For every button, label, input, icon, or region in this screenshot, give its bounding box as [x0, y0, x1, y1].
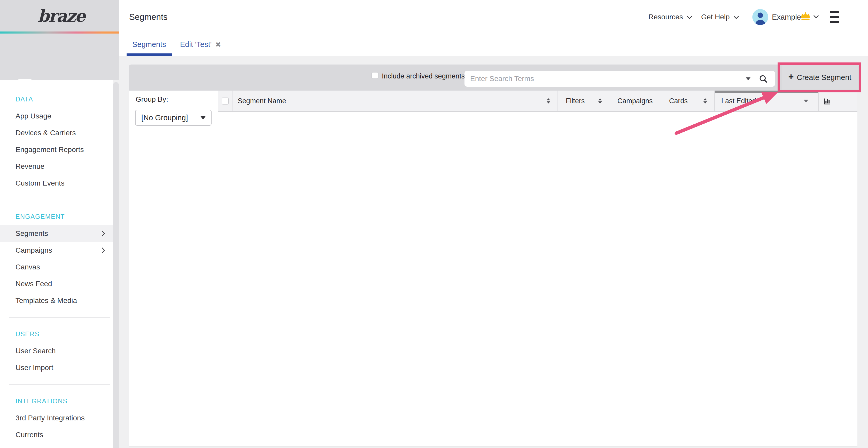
column-header-label: Cards	[669, 97, 688, 105]
segments-table: Segment NameFiltersCampaignsCardsLast Ed…	[218, 91, 858, 446]
sidebar-item-label: Revenue	[16, 162, 44, 171]
brand-gradient-bar	[0, 32, 121, 34]
sidebar-item-app-usage[interactable]: App Usage	[0, 108, 113, 125]
sidebar-item-user-import[interactable]: User Import	[0, 359, 113, 376]
sidebar-item-canvas[interactable]: Canvas	[0, 259, 113, 275]
tab-label: Segments	[132, 40, 166, 49]
sidebar-scrollbar[interactable]	[113, 82, 119, 448]
select-all-column-header	[218, 91, 232, 111]
get-help-menu[interactable]: Get Help	[701, 13, 739, 21]
sidebar-item-user-search[interactable]: User Search	[0, 342, 113, 359]
chevron-down-icon	[734, 13, 739, 21]
create-segment-label: Create Segment	[797, 73, 851, 82]
search-input[interactable]	[464, 71, 775, 87]
column-header-label: Filters	[566, 97, 585, 105]
sidebar-item-templates-and-media[interactable]: Templates & Media	[0, 292, 113, 309]
search-dropdown-caret-icon[interactable]	[746, 77, 750, 80]
column-header-label: Campaigns	[617, 97, 653, 105]
create-segment-button[interactable]: + Create Segment	[782, 65, 858, 90]
braze-dashboard: braze b Mixpanel Demo Mixpanel Demo DATA…	[0, 0, 868, 448]
column-header-filters[interactable]: Filters	[557, 91, 612, 111]
column-header-segment-name[interactable]: Segment Name	[232, 91, 557, 111]
table-header-row: Segment NameFiltersCampaignsCardsLast Ed…	[218, 91, 858, 112]
tabs-bar: Segments Edit 'Test' ✖	[119, 33, 868, 56]
sidebar-item-devices-and-carriers[interactable]: Devices & Carriers	[0, 125, 113, 141]
column-header-chart[interactable]	[819, 91, 836, 111]
segments-toolbar: Include archived segments + Create Segme…	[129, 65, 859, 91]
get-help-label: Get Help	[701, 13, 730, 21]
sidebar-item-label: 3rd Party Integrations	[16, 414, 85, 422]
sidebar-item-segments[interactable]: Segments	[0, 225, 113, 242]
resources-menu[interactable]: Resources	[648, 13, 692, 21]
select-all-checkbox[interactable]	[222, 98, 228, 105]
sidebar-item-revenue[interactable]: Revenue	[0, 158, 113, 175]
group-by-dropdown[interactable]: [No Grouping]	[135, 110, 212, 126]
sidebar-item-label: Devices & Carriers	[16, 129, 76, 137]
sort-icon[interactable]	[704, 98, 707, 103]
column-header-campaigns[interactable]: Campaigns	[612, 91, 663, 111]
sorted-column-indicator	[715, 91, 818, 93]
chevron-right-icon	[101, 247, 105, 253]
sidebar-item-custom-events[interactable]: Custom Events	[0, 175, 113, 192]
chevron-right-icon	[101, 231, 105, 237]
tab-edit-test[interactable]: Edit 'Test' ✖	[180, 33, 221, 56]
sidebar-item-campaigns[interactable]: Campaigns	[0, 242, 113, 259]
column-header-cards[interactable]: Cards	[663, 91, 715, 111]
caret-down-icon	[200, 116, 206, 119]
sidebar-divider	[0, 376, 113, 393]
chevron-down-icon[interactable]	[813, 15, 819, 20]
chevron-down-icon	[687, 13, 692, 21]
resources-label: Resources	[648, 13, 683, 21]
sort-icon[interactable]	[547, 98, 550, 103]
search-icon[interactable]	[759, 74, 768, 83]
tab-segments[interactable]: Segments	[127, 33, 172, 56]
column-header-label: Segment Name	[238, 97, 286, 105]
sidebar-item-label: Segments	[16, 230, 48, 238]
sidebar-item-label: Templates & Media	[16, 297, 77, 305]
sidebar-item-label: Custom Events	[16, 179, 65, 187]
sidebar-divider	[0, 192, 113, 208]
sidebar-item-label: Currents	[16, 431, 43, 439]
include-archived-label: Include archived segments	[382, 72, 465, 80]
sidebar-section-data: DATA	[0, 91, 113, 108]
bar-chart-icon	[823, 97, 831, 105]
sort-icon[interactable]	[598, 98, 602, 103]
search-field	[464, 71, 775, 87]
column-header-label: Last Edited	[721, 97, 756, 105]
crown-icon	[800, 11, 811, 21]
plus-icon: +	[788, 72, 794, 81]
sidebar-item-currents[interactable]: Currents	[0, 426, 113, 443]
group-by-value: [No Grouping]	[141, 113, 188, 122]
sidebar-item-news-feed[interactable]: News Feed	[0, 275, 113, 292]
group-by-label: Group By:	[135, 95, 168, 103]
tab-label: Edit 'Test'	[180, 40, 212, 49]
sidebar-divider	[0, 309, 113, 326]
hamburger-menu-icon[interactable]	[830, 11, 839, 23]
sidebar-item-label: User Search	[16, 347, 56, 355]
close-icon[interactable]: ✖	[215, 40, 221, 49]
sidebar-item-engagement-reports[interactable]: Engagement Reports	[0, 141, 113, 158]
brand-block: braze	[0, 0, 119, 32]
column-header-spacer	[836, 91, 858, 111]
sidebar-item-label: User Import	[16, 364, 53, 372]
sidebar-item-label: News Feed	[16, 280, 52, 288]
sidebar-item-label: Campaigns	[16, 246, 52, 254]
column-header-last-edited[interactable]: Last Edited	[715, 91, 819, 111]
sidebar-section-integrations: INTEGRATIONS	[0, 393, 113, 410]
user-avatar[interactable]	[752, 9, 768, 25]
sidebar-item-label: Engagement Reports	[16, 145, 84, 154]
include-archived-checkbox[interactable]	[371, 72, 378, 79]
workspace-switcher[interactable]: b Mixpanel Demo Mixpanel Demo	[0, 34, 119, 80]
caret-down-icon[interactable]	[804, 100, 808, 102]
sidebar-item-3rd-party-integrations[interactable]: 3rd Party Integrations	[0, 410, 113, 426]
group-by-panel: Group By: [No Grouping]	[129, 91, 218, 446]
account-name[interactable]: Example	[772, 13, 801, 22]
sidebar-nav: DATAApp UsageDevices & CarriersEngagemen…	[0, 80, 113, 448]
braze-logo: braze	[38, 6, 85, 26]
sidebar-section-engagement: ENGAGEMENT	[0, 208, 113, 225]
sidebar-section-users: USERS	[0, 326, 113, 342]
sidebar-item-label: Canvas	[16, 263, 40, 271]
sidebar-item-label: App Usage	[16, 112, 52, 120]
page-title: Segments	[129, 12, 168, 22]
